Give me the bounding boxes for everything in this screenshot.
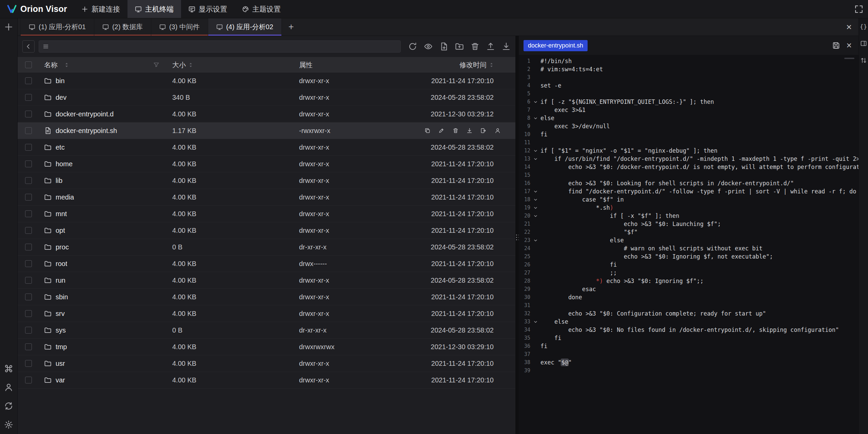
permission-icon[interactable] [495, 127, 500, 134]
table-row[interactable]: bin4.00 KBdrwxr-xr-x2021-11-24 17:20:10 [18, 73, 515, 89]
sort-size-icon[interactable] [189, 62, 193, 68]
row-checkbox[interactable] [25, 127, 32, 134]
table-row[interactable]: usr4.00 KBdrwxr-xr-x2021-11-24 17:20:10 [18, 355, 515, 372]
fold-icon[interactable] [530, 236, 540, 244]
new-tab-button[interactable]: + [282, 18, 301, 36]
table-row[interactable]: etc4.00 KBdrwxr-xr-x2024-05-28 23:58:02 [18, 139, 515, 156]
swap-icon[interactable] [860, 57, 867, 64]
table-row[interactable]: sbin4.00 KBdrwxr-xr-x2021-11-24 17:20:10 [18, 289, 515, 305]
back-button[interactable] [22, 40, 35, 53]
fold-icon[interactable] [530, 318, 540, 326]
row-checkbox[interactable] [25, 310, 32, 317]
fold-icon[interactable] [530, 212, 540, 220]
edit-icon[interactable] [438, 127, 444, 134]
row-checkbox[interactable] [25, 177, 32, 184]
user-icon[interactable] [4, 383, 13, 392]
row-checkbox[interactable] [25, 111, 32, 117]
fullscreen-icon[interactable] [854, 5, 863, 14]
row-checkbox[interactable] [25, 377, 32, 383]
command-icon[interactable] [4, 364, 13, 373]
row-checkbox[interactable] [25, 94, 32, 101]
download-icon[interactable] [467, 127, 472, 134]
refresh-icon[interactable] [408, 42, 417, 51]
panel-resize-handle[interactable] [515, 36, 519, 434]
select-all-checkbox[interactable] [25, 61, 32, 68]
split-panel-icon[interactable] [860, 40, 867, 47]
table-row[interactable]: docker-entrypoint.d4.00 KBdrwxr-xr-x2021… [18, 106, 515, 122]
path-input[interactable] [39, 40, 401, 53]
braces-icon[interactable]: {} [860, 23, 867, 30]
row-checkbox[interactable] [25, 277, 32, 284]
sync-icon[interactable] [4, 401, 13, 411]
fold-icon[interactable] [530, 195, 540, 204]
path-list-icon[interactable] [42, 43, 49, 50]
table-row[interactable]: lib4.00 KBdrwxr-xr-x2021-11-24 17:20:10 [18, 172, 515, 189]
row-checkbox[interactable] [25, 194, 32, 201]
fold-icon[interactable] [530, 204, 540, 212]
delete-icon[interactable] [453, 127, 458, 134]
filter-icon[interactable] [153, 62, 159, 68]
file-name[interactable]: home [56, 160, 73, 168]
row-checkbox[interactable] [25, 144, 32, 151]
row-checkbox[interactable] [25, 227, 32, 234]
row-checkbox[interactable] [25, 77, 32, 84]
row-checkbox[interactable] [25, 210, 32, 217]
table-row[interactable]: sys0 Bdr-xr-xr-x2024-05-28 23:58:02 [18, 322, 515, 339]
file-name[interactable]: srv [56, 310, 65, 318]
nav-new-connection[interactable]: 新建连接 [74, 0, 127, 18]
sort-mtime-icon[interactable] [489, 62, 494, 68]
new-folder-icon[interactable] [455, 42, 464, 51]
fold-icon[interactable] [530, 147, 540, 155]
row-checkbox[interactable] [25, 161, 32, 167]
row-checkbox[interactable] [25, 260, 32, 267]
file-name[interactable]: root [56, 260, 67, 268]
code-editor[interactable]: 1#!/bin/sh2# vim:sw=4:ts=4:et34set -e56i… [519, 55, 859, 434]
nav-theme-settings[interactable]: 主题设置 [235, 0, 288, 18]
terminal-tab[interactable]: (2) 数据库 [94, 18, 151, 36]
sort-name-icon[interactable] [64, 62, 69, 68]
terminal-tab[interactable]: (3) 中间件 [151, 18, 208, 36]
delete-icon[interactable] [471, 42, 479, 51]
close-all-icon[interactable]: × [846, 18, 859, 36]
nav-host-terminal[interactable]: 主机终端 [127, 0, 181, 18]
file-name[interactable]: sys [56, 326, 66, 334]
table-row[interactable]: mnt4.00 KBdrwxr-xr-x2021-11-24 17:20:10 [18, 206, 515, 222]
upload-icon[interactable] [486, 42, 495, 51]
file-name[interactable]: sbin [56, 293, 68, 301]
fold-icon[interactable] [530, 187, 540, 195]
table-row[interactable]: tmp4.00 KBdrwxrwxrwx2021-12-30 03:29:10 [18, 339, 515, 355]
file-name[interactable]: usr [56, 360, 65, 367]
fold-icon[interactable] [530, 155, 540, 163]
open-file-badge[interactable]: docker-entrypoint.sh [524, 40, 588, 51]
table-row[interactable]: dev340 Bdrwxr-xr-x2024-05-28 23:58:02 [18, 89, 515, 106]
editor-scrollbar[interactable] [844, 58, 854, 59]
row-checkbox[interactable] [25, 244, 32, 250]
copy-icon[interactable] [425, 127, 430, 134]
table-row[interactable]: var4.00 KBdrwxr-xr-x2021-11-24 17:20:10 [18, 372, 515, 389]
row-checkbox[interactable] [25, 343, 32, 350]
gear-icon[interactable] [4, 420, 13, 429]
file-name[interactable]: mnt [56, 210, 67, 218]
new-file-icon[interactable] [439, 42, 448, 51]
file-name[interactable]: docker-entrypoint.d [56, 110, 114, 118]
file-name[interactable]: bin [56, 77, 65, 85]
close-editor-icon[interactable]: × [846, 41, 852, 50]
file-name[interactable]: run [56, 277, 65, 284]
file-name[interactable]: dev [56, 94, 66, 101]
nav-display-settings[interactable]: 显示设置 [181, 0, 235, 18]
file-name[interactable]: media [56, 193, 74, 201]
table-row[interactable]: media4.00 KBdrwxr-xr-x2021-11-24 17:20:1… [18, 189, 515, 206]
fold-icon[interactable] [530, 114, 540, 122]
preview-icon[interactable] [424, 42, 433, 51]
file-name[interactable]: tmp [56, 343, 67, 351]
file-name[interactable]: proc [56, 243, 69, 251]
file-name[interactable]: docker-entrypoint.sh [56, 127, 117, 135]
table-row[interactable]: run4.00 KBdrwxr-xr-x2024-05-28 23:58:02 [18, 272, 515, 289]
file-name[interactable]: etc [56, 144, 65, 151]
row-checkbox[interactable] [25, 360, 32, 367]
table-row[interactable]: proc0 Bdr-xr-xr-x2024-05-28 23:58:02 [18, 239, 515, 256]
move-icon[interactable] [480, 127, 486, 134]
file-name[interactable]: lib [56, 177, 62, 185]
terminal-tab[interactable]: (1) 应用-分析01 [20, 18, 94, 36]
file-name[interactable]: var [56, 376, 65, 384]
